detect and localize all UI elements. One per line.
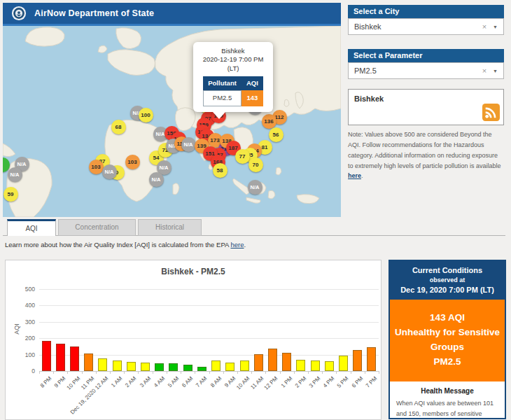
current-aqi-category: Unhealthy for Sensitive Groups <box>394 326 500 355</box>
map-marker-aqi[interactable]: 70 <box>248 158 263 172</box>
chart-xtick-label: 1 AM <box>110 375 123 388</box>
chart-bar[interactable] <box>339 356 348 371</box>
chart-bar[interactable] <box>296 360 305 371</box>
chart-bar[interactable] <box>70 346 79 371</box>
chart-xtick <box>110 371 111 374</box>
aqi-bar-chart: Bishkek - PM2.5 0100200300400500AQI8 PM9… <box>5 260 382 420</box>
chart-bar[interactable] <box>254 354 263 371</box>
city-clear-icon[interactable]: × <box>482 22 486 31</box>
chart-bar[interactable] <box>282 353 291 371</box>
chart-bar[interactable] <box>84 354 93 371</box>
chart-bar[interactable] <box>211 360 220 371</box>
tab-concentration[interactable]: Concentration <box>58 219 136 236</box>
map-marker-aqi[interactable]: 77 <box>235 149 250 164</box>
popup-city: Bishkek <box>197 47 270 55</box>
chart-xtick-label: 4 AM <box>153 375 166 388</box>
chart-bar[interactable] <box>225 363 234 371</box>
tab-aqi[interactable]: AQI <box>7 219 56 236</box>
chart-ytick-label: 0 <box>14 368 35 374</box>
map-marker-na[interactable]: N/A <box>8 167 22 182</box>
chart-xtick <box>379 371 379 374</box>
chart-xtick-label: 1 PM <box>279 375 293 389</box>
map-marker-na[interactable]: N/A <box>149 172 164 187</box>
map-marker-na[interactable]: N/A <box>248 180 262 195</box>
chart-xtick <box>280 371 281 374</box>
chart-bar[interactable] <box>98 358 107 371</box>
chart-bar[interactable] <box>155 363 164 371</box>
chart-xtick-label: 2 AM <box>124 375 137 388</box>
chart-xtick-label: 6 PM <box>350 375 364 389</box>
chart-bar[interactable] <box>268 349 277 371</box>
chart-xtick <box>167 371 167 374</box>
note-text: Note: Values above 500 are considered Be… <box>348 130 503 181</box>
chart-gridline <box>39 305 379 306</box>
chart-bar[interactable] <box>141 363 150 371</box>
city-select[interactable]: Bishkek × ▼ <box>348 18 504 35</box>
chart-bar[interactable] <box>367 347 376 371</box>
chart-xtick <box>195 371 195 374</box>
chart-xtick <box>153 371 153 374</box>
chart-xtick-label: 10 AM <box>235 375 251 391</box>
learn-more-here-link[interactable]: here <box>230 241 244 248</box>
chart-xtick-label: 12 PM <box>263 375 279 391</box>
parameter-chevron-down-icon[interactable]: ▼ <box>493 69 498 74</box>
current-conditions-title: Current Conditions <box>393 266 502 274</box>
chart-xtick-label: 6 AM <box>181 375 194 388</box>
chart-bar[interactable] <box>240 360 249 371</box>
chart-xtick <box>181 371 181 374</box>
parameter-clear-icon[interactable]: × <box>482 66 486 75</box>
basemap <box>3 26 341 217</box>
chart-bar[interactable] <box>169 363 178 371</box>
chart-bar[interactable] <box>56 344 65 371</box>
chart-xtick <box>251 371 252 374</box>
chart-bar[interactable] <box>325 361 334 371</box>
chart-bar[interactable] <box>197 367 206 371</box>
chart-xtick <box>322 371 323 374</box>
chart-xtick <box>237 371 238 374</box>
map-marker-na[interactable]: N/A <box>181 137 196 152</box>
popup-col-pollutant: Pollutant <box>203 76 241 91</box>
chart-xtick-label: 2 PM <box>294 375 308 389</box>
map-marker-aqi[interactable]: 136 <box>262 114 276 129</box>
map-marker-na[interactable]: N/A <box>102 164 117 179</box>
chart-xtick <box>336 371 337 374</box>
select-city-header: Select a City <box>348 5 504 18</box>
current-parameter: PM2.5 <box>394 355 500 370</box>
map-marker-aqi[interactable]: 59 <box>4 187 18 202</box>
page-title: AirNow Department of State <box>34 8 154 18</box>
aqi-world-map[interactable]: N/AN/A5968N/A100N/A871030N/A1035472N/AN/… <box>3 26 341 217</box>
map-marker-aqi[interactable]: 68 <box>111 120 126 134</box>
popup-datetime: 2020-12-19 7:00 PM <box>197 55 270 64</box>
city-chevron-down-icon[interactable]: ▼ <box>493 24 498 29</box>
parameter-select[interactable]: PM2.5 × ▼ <box>348 62 504 79</box>
chart-bar[interactable] <box>353 350 362 371</box>
chart-xtick <box>96 371 97 374</box>
chart-xtick-label: 11 AM <box>250 375 265 391</box>
observed-datetime: Dec 19, 2020 7:00 PM (LT) <box>393 286 502 294</box>
city-select-value: Bishkek <box>354 22 482 31</box>
map-marker-aqi[interactable]: 56 <box>269 127 284 142</box>
map-marker-aqi[interactable]: 103 <box>89 160 104 174</box>
chart-xtick <box>82 371 83 374</box>
map-marker-aqi[interactable]: 100 <box>139 108 153 122</box>
chart-bar[interactable] <box>127 362 136 371</box>
chart-bar[interactable] <box>113 360 122 371</box>
chart-bar[interactable] <box>183 365 192 371</box>
chart-xtick <box>223 371 224 374</box>
chart-xtick-label: 9 PM <box>53 375 67 389</box>
map-marker-aqi[interactable]: 103 <box>125 155 140 169</box>
rss-icon[interactable] <box>482 104 500 121</box>
chart-gridline <box>39 338 379 339</box>
chart-gridline <box>39 289 379 290</box>
note-here-link[interactable]: here <box>348 172 361 179</box>
popup-aqi-value: 143 <box>241 91 263 106</box>
health-message-text: When AQI values are between 101 and 150,… <box>390 395 505 420</box>
app-header: AirNow Department of State <box>3 3 341 26</box>
chart-bar[interactable] <box>42 341 51 371</box>
map-marker-aqi[interactable]: 58 <box>213 163 227 178</box>
chart-bar[interactable] <box>311 360 320 371</box>
tab-historical[interactable]: Historical <box>138 219 202 236</box>
chart-xtick <box>124 371 125 374</box>
learn-more-suffix: . <box>244 241 246 248</box>
chart-xtick-label: 7 AM <box>195 375 208 388</box>
